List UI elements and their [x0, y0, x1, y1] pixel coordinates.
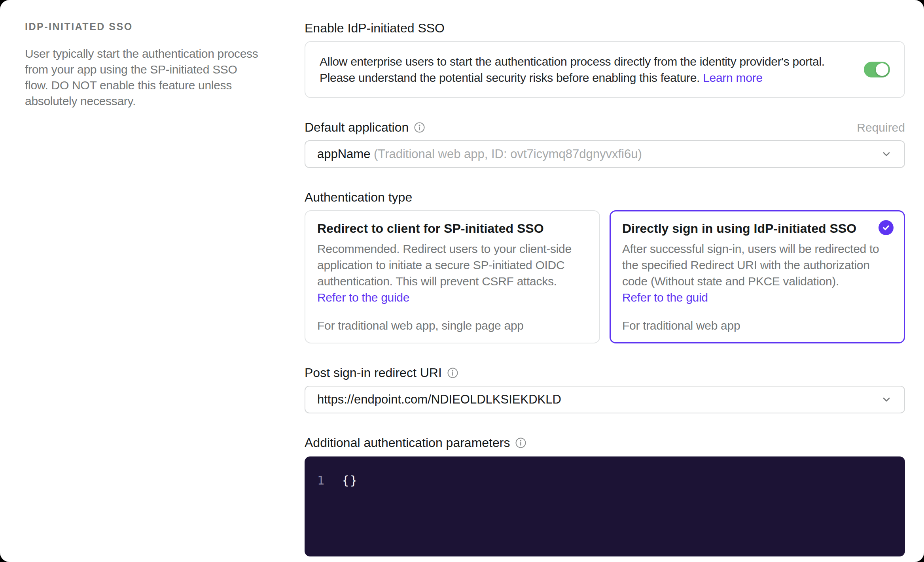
option-title: Directly sign in using IdP-initiated SSO — [622, 221, 892, 236]
authentication-type-label: Authentication type — [305, 190, 412, 205]
authentication-type-label-row: Authentication type — [305, 190, 905, 205]
additional-params-label: Additional authentication parameters — [305, 436, 526, 450]
refer-to-guide-link[interactable]: Refer to the guide — [317, 291, 409, 304]
default-application-select[interactable]: appName (Traditional web app, ID: ovt7ic… — [305, 140, 905, 168]
option-description-text: After successful sign-in, users will be … — [622, 242, 879, 288]
section-form: Enable IdP-initiated SSO Allow enterpris… — [305, 21, 905, 556]
redirect-uri-label-text: Post sign-in redirect URI — [305, 366, 442, 380]
default-application-value: appName (Traditional web app, ID: ovt7ic… — [317, 147, 873, 161]
authentication-type-section: Authentication type Redirect to client f… — [305, 190, 905, 343]
option-footnote: For traditional web app — [622, 319, 892, 332]
chevron-down-icon — [880, 394, 892, 405]
application-meta: (Traditional web app, ID: ovt7icymq87dgn… — [374, 147, 642, 161]
default-application-label-text: Default application — [305, 120, 409, 135]
redirect-uri-label-row: Post sign-in redirect URI — [305, 366, 905, 380]
option-footnote: For traditional web app, single page app — [317, 319, 587, 332]
parameters-code-editor[interactable]: 1 {} — [305, 456, 905, 556]
option-description: After successful sign-in, users will be … — [622, 241, 892, 306]
option-description: Recommended. Redirect users to your clie… — [317, 241, 587, 306]
authentication-type-options: Redirect to client for SP-initiated SSO … — [305, 210, 905, 343]
option-description-text: Recommended. Redirect users to your clie… — [317, 242, 572, 288]
option-idp-initiated-direct[interactable]: Directly sign in using IdP-initiated SSO… — [610, 210, 905, 343]
redirect-uri-value: https://endpoint.com/NDIEOLDLKSIEKDKLD — [317, 392, 873, 407]
chevron-down-icon — [880, 148, 892, 160]
settings-page: IDP-INITIATED SSO User typically start t… — [0, 0, 924, 562]
additional-params-label-row: Additional authentication parameters — [305, 436, 905, 450]
required-badge: Required — [857, 121, 905, 134]
enable-sso-toggle[interactable] — [864, 62, 890, 77]
toggle-knob — [876, 63, 888, 76]
section-heading: IDP-INITIATED SSO — [25, 21, 262, 32]
info-icon[interactable] — [414, 122, 425, 133]
idp-sso-settings-section: IDP-INITIATED SSO User typically start t… — [0, 0, 924, 556]
application-name: appName — [317, 147, 374, 161]
redirect-uri-select[interactable]: https://endpoint.com/NDIEOLDLKSIEKDKLD — [305, 386, 905, 413]
refer-to-guide-link[interactable]: Refer to the guid — [622, 291, 708, 304]
default-application-label-row: Default application Required — [305, 120, 905, 135]
additional-params-label-text: Additional authentication parameters — [305, 436, 510, 450]
info-icon[interactable] — [447, 368, 458, 378]
selected-check-icon — [879, 220, 894, 235]
enable-sso-card: Allow enterprise users to start the auth… — [305, 41, 905, 98]
learn-more-link[interactable]: Learn more — [703, 71, 762, 84]
line-number: 1 — [305, 473, 324, 487]
option-sp-initiated-redirect[interactable]: Redirect to client for SP-initiated SSO … — [305, 210, 600, 343]
additional-params-section: Additional authentication parameters 1 — [305, 436, 905, 556]
redirect-uri-section: Post sign-in redirect URI https://endpoi… — [305, 366, 905, 413]
option-title: Redirect to client for SP-initiated SSO — [317, 221, 587, 236]
default-application-label: Default application — [305, 120, 425, 135]
default-application-section: Default application Required appName (Tr… — [305, 120, 905, 168]
code-line: 1 {} — [305, 473, 905, 487]
redirect-uri-label: Post sign-in redirect URI — [305, 366, 458, 380]
section-sidebar: IDP-INITIATED SSO User typically start t… — [25, 21, 262, 556]
code-text[interactable]: {} — [342, 473, 358, 487]
section-description: User typically start the authentication … — [25, 46, 262, 109]
enable-sso-description: Allow enterprise users to start the auth… — [320, 53, 848, 86]
info-icon[interactable] — [515, 438, 526, 448]
enable-sso-label-row: Enable IdP-initiated SSO — [305, 21, 905, 36]
enable-sso-label: Enable IdP-initiated SSO — [305, 21, 445, 36]
